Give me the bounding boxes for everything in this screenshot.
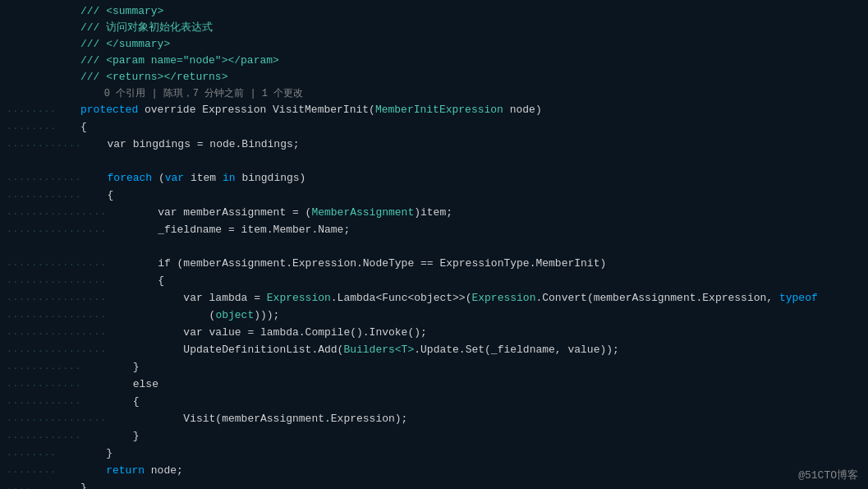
code-content: { xyxy=(107,273,868,289)
code-line: /// <param name="node"></param> xyxy=(0,53,868,69)
code-line: ····} xyxy=(0,480,868,489)
code-line: ················ var lambda = Expression… xyxy=(0,290,868,307)
code-content: protected override Expression VisitMembe… xyxy=(80,102,868,118)
line-dots: ················ xyxy=(7,325,107,342)
code-content: 0 个引用 | 陈琪，7 分钟之前 | 1 个更改 xyxy=(80,85,868,102)
line-dots: ········ xyxy=(7,463,80,480)
code-line: /// </summary> xyxy=(0,36,868,53)
line-dots: ············ xyxy=(7,394,81,411)
code-content: UpdateDefinitionList.Add(Builders<T>.Upd… xyxy=(107,342,868,358)
code-line: ················ (object))); xyxy=(0,307,868,325)
code-content: } xyxy=(81,359,868,376)
code-content: /// <summary> xyxy=(80,3,868,20)
code-content: var memberAssignment = (MemberAssignment… xyxy=(107,205,868,221)
code-content: Visit(memberAssignment.Expression); xyxy=(107,411,868,427)
line-dots xyxy=(7,154,80,155)
code-content: var bingdings = node.Bindings; xyxy=(81,136,868,153)
code-line: ················ if (memberAssignment.Ex… xyxy=(0,256,868,273)
code-line xyxy=(0,239,868,256)
line-dots xyxy=(7,3,80,4)
code-line: ················ { xyxy=(0,273,868,290)
code-content: var lambda = Expression.Lambda<Func<obje… xyxy=(107,290,868,307)
line-dots: ············ xyxy=(7,376,81,394)
line-dots: ············ xyxy=(7,170,81,187)
line-dots: ················ xyxy=(7,222,107,239)
code-content: return node; xyxy=(80,463,868,479)
code-content: /// <returns></returns> xyxy=(80,69,868,85)
line-dots: ················ xyxy=(7,205,107,222)
code-line: ········protected override Expression Vi… xyxy=(0,102,868,119)
code-content: foreach (var item in bingdings) xyxy=(81,170,868,187)
code-line: ········ } xyxy=(0,445,868,463)
line-dots: ················ xyxy=(7,256,107,273)
code-content: /// 访问对象初始化表达式 xyxy=(80,20,868,36)
line-dots xyxy=(7,53,80,53)
code-content: if (memberAssignment.Expression.NodeType… xyxy=(107,256,868,272)
line-dots: ············ xyxy=(7,187,81,205)
code-line: ············ { xyxy=(0,394,868,411)
code-line: ············ { xyxy=(0,187,868,205)
code-line: ············ } xyxy=(0,428,868,445)
code-line: ················ var memberAssignment = … xyxy=(0,205,868,222)
code-content: _fieldname = item.Member.Name; xyxy=(107,222,868,238)
line-dots: ················ xyxy=(7,290,107,307)
line-dots: ········ xyxy=(7,445,80,463)
code-line: ················ Visit(memberAssignment.… xyxy=(0,411,868,428)
code-content: /// <param name="node"></param> xyxy=(80,53,868,69)
line-dots xyxy=(7,20,80,21)
code-editor: /// <summary>/// 访问对象初始化表达式/// </summary… xyxy=(0,0,868,489)
code-content: else xyxy=(81,376,868,393)
line-dots xyxy=(7,69,80,70)
line-dots: ········ xyxy=(7,102,80,119)
code-line: ············ foreach (var item in bingdi… xyxy=(0,170,868,187)
code-line: ············ else xyxy=(0,376,868,394)
line-dots: ···· xyxy=(7,480,80,489)
code-line: 0 个引用 | 陈琪，7 分钟之前 | 1 个更改 xyxy=(0,85,868,102)
watermark: @51CTO博客 xyxy=(798,468,858,482)
code-line xyxy=(0,154,868,170)
line-dots: ················ xyxy=(7,411,107,428)
line-dots: ············ xyxy=(7,359,81,376)
code-content: } xyxy=(80,445,868,462)
line-dots: ················ xyxy=(7,307,107,325)
line-dots xyxy=(7,239,80,240)
code-content: } xyxy=(80,480,868,489)
code-line: ············ var bingdings = node.Bindin… xyxy=(0,136,868,154)
code-line: /// <summary> xyxy=(0,3,868,20)
line-dots xyxy=(7,85,80,86)
line-dots: ················ xyxy=(7,273,107,290)
code-line: /// 访问对象初始化表达式 xyxy=(0,20,868,36)
line-dots xyxy=(7,36,80,37)
code-line: ········{ xyxy=(0,119,868,136)
line-dots: ············ xyxy=(7,428,81,445)
code-content: var value = lambda.Compile().Invoke(); xyxy=(107,325,868,341)
code-line: ················ _fieldname = item.Membe… xyxy=(0,222,868,239)
code-line: ················ UpdateDefinitionList.Ad… xyxy=(0,342,868,359)
code-line: ············ } xyxy=(0,359,868,376)
code-line: ················ var value = lambda.Comp… xyxy=(0,325,868,342)
line-dots: ········ xyxy=(7,119,80,136)
line-dots: ············ xyxy=(7,136,81,154)
code-content: { xyxy=(81,187,868,204)
code-content: (object))); xyxy=(107,307,868,324)
code-content: { xyxy=(81,394,868,410)
code-line: ········ return node; xyxy=(0,463,868,480)
code-content: /// </summary> xyxy=(80,36,868,53)
line-dots: ················ xyxy=(7,342,107,359)
code-line: /// <returns></returns> xyxy=(0,69,868,85)
code-content: { xyxy=(80,119,868,136)
code-content: } xyxy=(81,428,868,445)
